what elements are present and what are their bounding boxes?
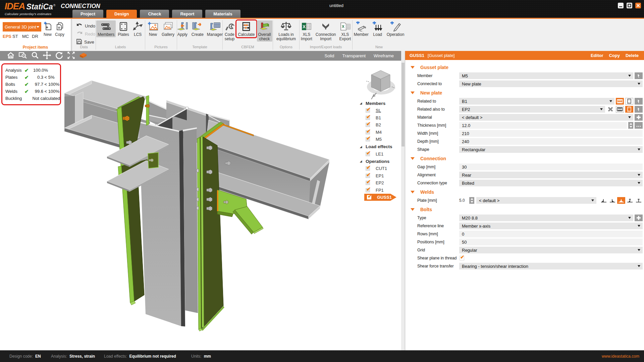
editor-action[interactable]: Editor: [591, 53, 603, 58]
copy-action[interactable]: Copy: [609, 53, 620, 58]
save-button[interactable]: Save: [76, 39, 95, 45]
connection-import-button[interactable]: ConnectionImport: [314, 20, 337, 42]
panel-section-header[interactable]: Gusset plate: [405, 63, 644, 72]
tree-section-members[interactable]: ◢Members: [356, 100, 401, 107]
tab-design[interactable]: Design: [106, 10, 137, 18]
tree-item-checkbox[interactable]: ✔: [366, 108, 370, 113]
cursor-button[interactable]: [635, 72, 643, 79]
weld-3-button[interactable]: [617, 197, 625, 204]
tree-section-load-effects[interactable]: ◢Load effects: [356, 143, 401, 150]
tree-item-m5[interactable]: ✔M5: [356, 136, 401, 143]
property-dropdown[interactable]: Bolted: [459, 180, 643, 186]
navigation-cube[interactable]: [366, 70, 395, 99]
code-setup-button[interactable]: Codesetup: [223, 20, 236, 42]
tree-item-ep1[interactable]: ✔EP1: [356, 172, 401, 180]
viewport-scrollbar[interactable]: [401, 51, 405, 350]
property-checkbox[interactable]: ✔: [460, 256, 464, 260]
property-dropdown[interactable]: < default >: [476, 197, 596, 204]
property-input[interactable]: 0: [459, 231, 643, 237]
panel-section-header[interactable]: Connection: [405, 154, 644, 163]
tree-collapse-icon[interactable]: ◢: [356, 102, 366, 105]
tab-materials[interactable]: Materials: [205, 10, 240, 18]
weld-2-button[interactable]: [608, 197, 616, 204]
plate-orange-button[interactable]: [625, 106, 633, 113]
tree-item-m4[interactable]: ✔M4: [356, 129, 401, 136]
tab-report[interactable]: Report: [172, 10, 202, 18]
plus-button[interactable]: [635, 114, 643, 121]
tree-collapse-icon[interactable]: ◢: [356, 160, 366, 163]
member-button[interactable]: Member: [353, 20, 370, 37]
tree-item-checkbox[interactable]: ✔: [366, 130, 370, 134]
xls-export-button[interactable]: XXLSExport: [338, 20, 353, 42]
zoom-window-tool-button[interactable]: [17, 51, 29, 61]
tree-item-guss1[interactable]: ✔GUSS1: [356, 194, 401, 201]
project-mode-eps[interactable]: EPS: [3, 34, 12, 39]
tree-item-b2[interactable]: ✔B2: [356, 121, 401, 129]
dots-button[interactable]: [635, 122, 643, 129]
property-input[interactable]: 50: [459, 239, 643, 245]
tree-item-checkbox[interactable]: ✔: [366, 188, 370, 192]
tab-check[interactable]: Check: [140, 10, 169, 18]
tree-collapse-icon[interactable]: ◢: [356, 145, 366, 148]
tree-item-checkbox[interactable]: ✔: [366, 116, 370, 120]
project-mode-mc[interactable]: MC: [22, 34, 32, 39]
tree-item-checkbox[interactable]: ✔: [367, 195, 371, 199]
tree-item-cut1[interactable]: ✔CUT1: [356, 165, 401, 172]
cursor-button[interactable]: [635, 106, 643, 113]
panel-section-header[interactable]: Welds: [405, 188, 644, 196]
tree-item-checkbox[interactable]: ✔: [366, 137, 370, 141]
close-button[interactable]: [635, 3, 641, 8]
copy-button[interactable]: Copy: [54, 20, 66, 37]
undo-button[interactable]: Undo: [76, 23, 95, 29]
beam-white-button[interactable]: [616, 106, 624, 113]
tree-item-ep2[interactable]: ✔EP2: [356, 179, 401, 187]
weld-size-value[interactable]: 5.0: [459, 198, 468, 203]
weld-5-button[interactable]: [635, 197, 643, 204]
zoom-all-tool-button[interactable]: [65, 51, 77, 61]
spinner-button[interactable]: [628, 122, 633, 129]
property-dropdown[interactable]: M5: [459, 72, 633, 79]
panel-section-header[interactable]: New plate: [405, 88, 644, 97]
property-dropdown[interactable]: M20 8.8: [459, 215, 633, 221]
property-dropdown[interactable]: Rear: [459, 172, 643, 178]
tree-item-b1[interactable]: ✔B1: [356, 114, 401, 122]
load-button[interactable]: Load: [371, 20, 385, 37]
x-button[interactable]: [606, 106, 614, 113]
maximize-button[interactable]: [627, 3, 632, 8]
tree-item-checkbox[interactable]: ✔: [366, 123, 370, 127]
plus-button[interactable]: [635, 215, 643, 221]
tree-item-sl[interactable]: ✔SL: [356, 107, 401, 114]
display-mode-solid[interactable]: Solid: [325, 53, 334, 58]
property-input[interactable]: 12.0: [459, 122, 627, 129]
project-mode-dr[interactable]: DR: [32, 34, 42, 39]
scrollbar-thumb[interactable]: [401, 63, 405, 146]
apply-button[interactable]: Apply: [175, 20, 190, 37]
property-dropdown[interactable]: B1: [459, 98, 614, 105]
tree-item-fp1[interactable]: ✔FP1: [356, 187, 401, 194]
ideastatica-link[interactable]: www.ideastatica.com: [602, 354, 639, 359]
home-tool-button[interactable]: [5, 51, 17, 61]
pan-tool-button[interactable]: [41, 51, 53, 61]
property-dropdown[interactable]: Regular: [459, 247, 643, 253]
new-button[interactable]: New: [146, 20, 160, 37]
overall-check-button[interactable]: Overallcheck: [257, 20, 272, 42]
rotate-tool-button[interactable]: [53, 51, 65, 61]
panel-section-header[interactable]: Bolts: [405, 205, 644, 214]
cursor-button[interactable]: [635, 98, 643, 105]
project-item-selector[interactable]: General 3D joint: [3, 22, 41, 32]
plate-white-button[interactable]: [625, 98, 633, 105]
loads-in-equilibrium-button[interactable]: Loads inequilibrium: [275, 20, 297, 42]
spinner-button[interactable]: [469, 197, 474, 204]
display-mode-transparent[interactable]: Transparent: [342, 53, 366, 58]
property-input[interactable]: 30: [459, 164, 643, 170]
clip-tool-button[interactable]: [77, 51, 89, 61]
calculate-button[interactable]: Calculate: [236, 20, 256, 37]
tree-item-checkbox[interactable]: ✔: [366, 174, 370, 178]
property-dropdown[interactable]: Bearing - tension/shear interaction: [459, 263, 643, 269]
property-input[interactable]: 240: [459, 138, 643, 145]
gallery-button[interactable]: Gallery: [160, 20, 176, 37]
tree-item-checkbox[interactable]: ✔: [366, 152, 370, 156]
property-dropdown[interactable]: New plate: [459, 80, 643, 87]
property-dropdown[interactable]: < default >: [459, 114, 633, 121]
plates-button[interactable]: Plates: [116, 20, 130, 37]
